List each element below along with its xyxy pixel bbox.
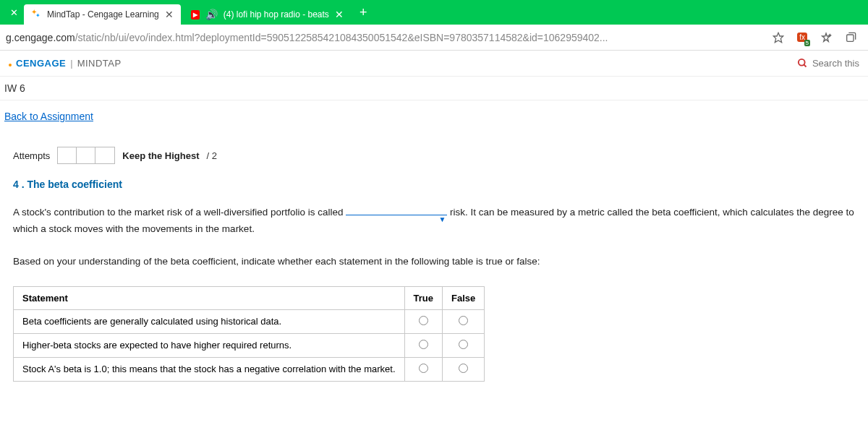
true-false-table: Statement True False Beta coefficients a… bbox=[13, 286, 485, 382]
search-icon bbox=[797, 58, 808, 69]
address-bar-actions: fx bbox=[767, 32, 862, 43]
question-body: A stock's contribution to the market ris… bbox=[13, 205, 855, 270]
svg-marker-1 bbox=[822, 33, 830, 41]
attempts-boxes bbox=[57, 147, 115, 164]
col-true: True bbox=[404, 286, 442, 309]
radio-true[interactable] bbox=[419, 364, 428, 373]
tab-lofi[interactable]: ▶ 🔊 (4) lofi hip hop radio - beats ✕ bbox=[184, 4, 351, 25]
radio-false[interactable] bbox=[459, 340, 468, 349]
table-row: Beta coefficients are generally calculat… bbox=[14, 309, 485, 333]
extension-badge[interactable]: fx bbox=[797, 33, 807, 42]
tab-title: MindTap - Cengage Learning bbox=[47, 9, 159, 20]
mindtap-header: CENGAGE | MINDTAP Search this bbox=[0, 51, 868, 77]
col-false: False bbox=[443, 286, 485, 309]
question-title: 4 . The beta coefficient bbox=[13, 179, 855, 190]
col-statement: Statement bbox=[14, 286, 405, 309]
tab-close-icon[interactable]: ✕ bbox=[335, 9, 344, 20]
radio-true[interactable] bbox=[419, 340, 428, 349]
attempts-row: Attempts Keep the Highest / 2 bbox=[13, 147, 855, 164]
brand-logo: CENGAGE | MINDTAP bbox=[9, 58, 122, 69]
search-input[interactable]: Search this bbox=[797, 58, 859, 69]
new-tab-icon[interactable]: + bbox=[354, 5, 373, 20]
radio-false[interactable] bbox=[459, 316, 468, 325]
svg-point-5 bbox=[799, 59, 805, 66]
svg-line-6 bbox=[804, 64, 806, 66]
tab-close-icon[interactable]: ✕ bbox=[165, 9, 174, 20]
mindtap-favicon bbox=[31, 9, 41, 20]
collections-icon[interactable] bbox=[845, 32, 856, 43]
address-bar: g.cengage.com/static/nb/ui/evo/index.htm… bbox=[0, 25, 868, 51]
content-area: Back to Assignment Attempts Keep the Hig… bbox=[0, 100, 868, 392]
table-row: Higher-beta stocks are expected to have … bbox=[14, 333, 485, 357]
tab-mindtap[interactable]: MindTap - Cengage Learning ✕ bbox=[24, 4, 181, 25]
favorites-icon[interactable] bbox=[820, 32, 832, 43]
url-text[interactable]: g.cengage.com/static/nb/ui/evo/index.htm… bbox=[6, 32, 767, 43]
fill-blank-dropdown[interactable]: ▼ bbox=[346, 215, 447, 215]
breadcrumb: IW 6 bbox=[0, 77, 868, 100]
back-to-assignment-link[interactable]: Back to Assignment bbox=[4, 111, 93, 122]
table-row: Stock A's beta is 1.0; this means that t… bbox=[14, 357, 485, 381]
chevron-down-icon: ▼ bbox=[438, 213, 446, 226]
youtube-icon: ▶ bbox=[191, 10, 200, 20]
radio-true[interactable] bbox=[419, 316, 428, 325]
star-icon[interactable] bbox=[773, 32, 784, 43]
close-icon[interactable]: ✕ bbox=[4, 7, 24, 18]
keep-highest-count: / 2 bbox=[206, 150, 216, 161]
keep-highest-label: Keep the Highest bbox=[122, 150, 199, 161]
attempts-label: Attempts bbox=[13, 150, 50, 161]
radio-false[interactable] bbox=[459, 364, 468, 373]
brand-dot-icon bbox=[9, 64, 12, 66]
svg-rect-4 bbox=[847, 35, 854, 41]
audio-icon: 🔊 bbox=[205, 9, 218, 20]
tab-title: (4) lofi hip hop radio - beats bbox=[224, 9, 329, 20]
browser-tab-strip: ✕ MindTap - Cengage Learning ✕ ▶ 🔊 (4) l… bbox=[0, 0, 868, 25]
svg-marker-0 bbox=[774, 33, 783, 42]
